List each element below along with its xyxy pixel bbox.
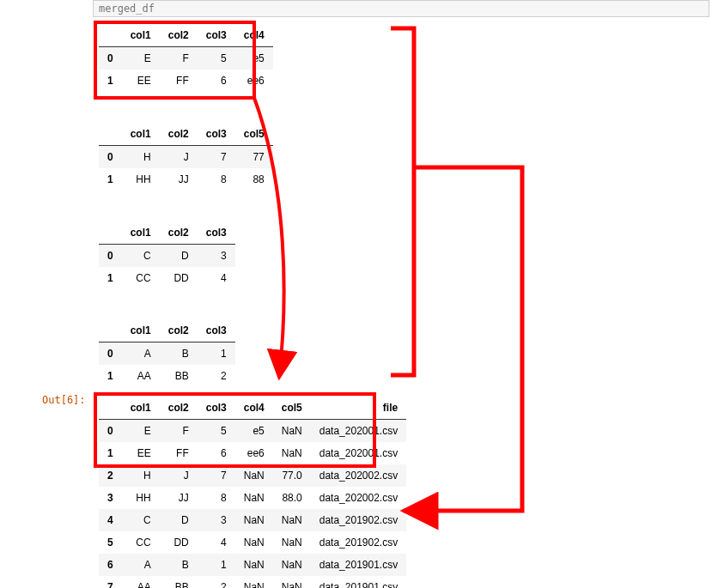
cell: data_202002.csv bbox=[311, 487, 406, 509]
cell: data_202001.csv bbox=[311, 420, 406, 443]
table-2: col1 col2 col3 col5 0 H J 7 77 1 HH JJ 8… bbox=[99, 123, 273, 191]
cell: 1 bbox=[198, 554, 235, 576]
table-row: 5 CC DD 4 NaN NaN data_201902.csv bbox=[99, 531, 406, 554]
cell: CC bbox=[122, 267, 160, 289]
table-col-header bbox=[99, 24, 122, 47]
cell: data_202001.csv bbox=[311, 442, 406, 464]
table-1: col1 col2 col3 col4 0 E F 5 e5 1 EE FF 6… bbox=[99, 24, 273, 92]
cell: B bbox=[160, 342, 198, 366]
table-row: 1 AA BB 2 bbox=[99, 365, 235, 387]
table-row: 0 H J 7 77 bbox=[99, 146, 273, 169]
cell: NaN bbox=[235, 576, 273, 588]
cell: NaN bbox=[273, 554, 311, 576]
cell: data_201901.csv bbox=[311, 554, 406, 576]
table-row: 0 C D 3 bbox=[99, 245, 235, 268]
cell: EE bbox=[122, 70, 160, 92]
table-col-header: col3 bbox=[198, 221, 235, 245]
dataframe-preview-2: col1 col2 col3 col5 0 H J 7 77 1 HH JJ 8… bbox=[99, 123, 273, 191]
cell: data_202002.csv bbox=[311, 464, 406, 487]
row-index: 1 bbox=[99, 70, 122, 92]
cell: 2 bbox=[198, 576, 235, 588]
cell: DD bbox=[160, 531, 198, 554]
cell: 77 bbox=[235, 146, 273, 169]
cell: H bbox=[122, 146, 160, 169]
cell: 7 bbox=[198, 146, 235, 169]
table-row: 1 CC DD 4 bbox=[99, 267, 235, 289]
cell: J bbox=[160, 146, 198, 169]
table-row: 1 EE FF 6 ee6 bbox=[99, 70, 273, 92]
cell: 7 bbox=[198, 464, 235, 487]
cell: EE bbox=[122, 442, 160, 464]
dataframe-output: col1 col2 col3 col4 col5 file 0 E F 5 e5… bbox=[99, 397, 406, 588]
table-col-header: col3 bbox=[198, 123, 235, 146]
cell: 88.0 bbox=[273, 487, 311, 509]
cell: CC bbox=[122, 531, 160, 554]
table-output: col1 col2 col3 col4 col5 file 0 E F 5 e5… bbox=[99, 397, 406, 588]
table-col-header: file bbox=[311, 397, 406, 420]
cell: 4 bbox=[198, 531, 235, 554]
table-row: 4 C D 3 NaN NaN data_201902.csv bbox=[99, 509, 406, 531]
cell: C bbox=[122, 245, 160, 268]
cell: NaN bbox=[235, 531, 273, 554]
cell: 6 bbox=[198, 442, 235, 464]
row-index: 0 bbox=[99, 245, 122, 268]
cell: NaN bbox=[235, 464, 273, 487]
cell: 4 bbox=[198, 267, 235, 289]
table-4: col1 col2 col3 0 A B 1 1 AA BB 2 bbox=[99, 319, 235, 387]
row-index: 1 bbox=[99, 365, 122, 387]
table-col-header: col3 bbox=[198, 24, 235, 47]
cell: AA bbox=[122, 576, 160, 588]
code-cell-input: merged_df bbox=[93, 0, 709, 17]
table-row: 1 HH JJ 8 88 bbox=[99, 168, 273, 191]
table-row: 6 A B 1 NaN NaN data_201901.csv bbox=[99, 554, 406, 576]
cell: 6 bbox=[198, 70, 235, 92]
cell: NaN bbox=[273, 509, 311, 531]
table-col-header: col2 bbox=[160, 24, 198, 47]
cell: 3 bbox=[198, 245, 235, 268]
row-index: 3 bbox=[99, 487, 122, 509]
cell: ee6 bbox=[235, 70, 273, 92]
table-row: 0 E F 5 e5 NaN data_202001.csv bbox=[99, 420, 406, 443]
dataframe-preview-4: col1 col2 col3 0 A B 1 1 AA BB 2 bbox=[99, 319, 235, 387]
table-col-header: col2 bbox=[160, 123, 198, 146]
cell: FF bbox=[160, 70, 198, 92]
row-index: 0 bbox=[99, 420, 122, 443]
table-col-header: col1 bbox=[122, 319, 160, 342]
cell: D bbox=[160, 245, 198, 268]
table-col-header: col5 bbox=[273, 397, 311, 420]
table-col-header: col1 bbox=[122, 397, 160, 420]
table-col-header: col4 bbox=[235, 397, 273, 420]
cell: 88 bbox=[235, 168, 273, 191]
cell: NaN bbox=[235, 554, 273, 576]
cell: e5 bbox=[235, 420, 273, 443]
table-row: 1 EE FF 6 ee6 NaN data_202001.csv bbox=[99, 442, 406, 464]
cell: ee6 bbox=[235, 442, 273, 464]
cell: 3 bbox=[198, 509, 235, 531]
annotation-bracket-top bbox=[391, 28, 414, 375]
code-cell-text: merged_df bbox=[99, 3, 155, 15]
output-prompt-label: Out[6]: bbox=[42, 394, 86, 406]
table-col-header: col3 bbox=[198, 397, 235, 420]
cell: NaN bbox=[273, 420, 311, 443]
cell: 5 bbox=[198, 47, 235, 70]
cell: NaN bbox=[273, 531, 311, 554]
cell: JJ bbox=[160, 487, 198, 509]
row-index: 2 bbox=[99, 464, 122, 487]
row-index: 1 bbox=[99, 442, 122, 464]
cell: NaN bbox=[235, 487, 273, 509]
cell: 77.0 bbox=[273, 464, 311, 487]
table-col-header bbox=[99, 123, 122, 146]
cell: 1 bbox=[198, 342, 235, 366]
row-index: 7 bbox=[99, 576, 122, 588]
table-col-header: col1 bbox=[122, 123, 160, 146]
cell: FF bbox=[160, 442, 198, 464]
table-col-header: col3 bbox=[198, 319, 235, 342]
row-index: 1 bbox=[99, 168, 122, 191]
cell: F bbox=[160, 420, 198, 443]
cell: B bbox=[160, 554, 198, 576]
cell: A bbox=[122, 554, 160, 576]
cell: 8 bbox=[198, 487, 235, 509]
table-col-header: col5 bbox=[235, 123, 273, 146]
cell: data_201902.csv bbox=[311, 531, 406, 554]
cell: NaN bbox=[273, 576, 311, 588]
